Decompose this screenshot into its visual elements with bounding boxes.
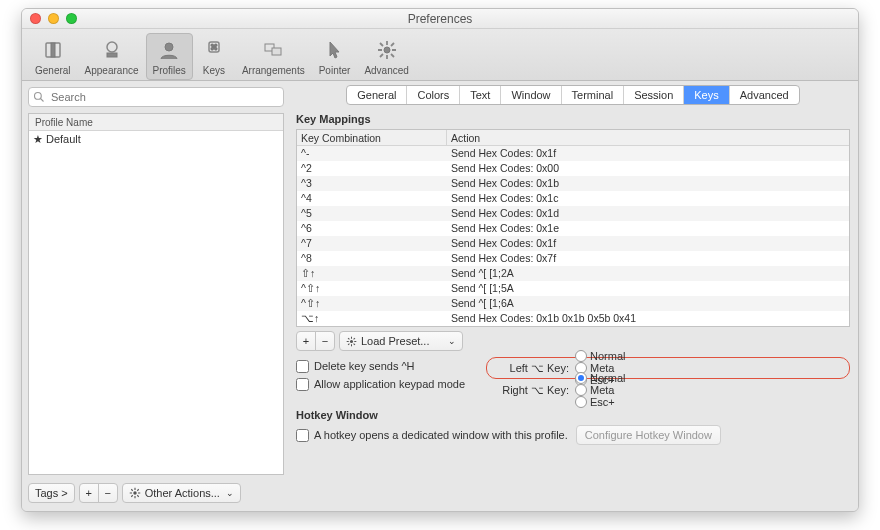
tags-dropdown[interactable]: Tags > xyxy=(28,483,75,503)
table-row[interactable]: ^8Send Hex Codes: 0x7f xyxy=(297,251,849,266)
tab-colors[interactable]: Colors xyxy=(407,86,460,104)
toolbar-item-appearance[interactable]: Appearance xyxy=(78,33,146,80)
titlebar: Preferences xyxy=(22,9,858,29)
hotkey-window-heading: Hotkey Window xyxy=(296,409,850,421)
right-option-key-label: Right ⌥ Key: xyxy=(491,384,569,397)
svg-rect-8 xyxy=(272,48,281,55)
pointer-icon xyxy=(321,36,349,64)
tab-text[interactable]: Text xyxy=(460,86,501,104)
svg-line-15 xyxy=(391,54,394,57)
radio-icon xyxy=(575,396,587,408)
arrangements-icon xyxy=(259,36,287,64)
table-row[interactable]: ^⇧↑Send ^[ [1;6A xyxy=(297,296,849,311)
table-row[interactable]: ^-Send Hex Codes: 0x1f xyxy=(297,146,849,161)
gear-icon xyxy=(129,487,141,499)
radio-icon xyxy=(575,372,587,384)
col-action[interactable]: Action xyxy=(447,130,849,145)
add-profile-button[interactable]: + xyxy=(79,483,99,503)
radio-icon xyxy=(575,384,587,396)
tab-terminal[interactable]: Terminal xyxy=(562,86,625,104)
search-icon xyxy=(33,91,45,103)
key-mappings-table[interactable]: Key Combination Action ^-Send Hex Codes:… xyxy=(296,129,850,327)
svg-point-9 xyxy=(384,47,390,53)
svg-point-2 xyxy=(107,42,117,52)
tab-advanced[interactable]: Advanced xyxy=(730,86,799,104)
right-option-meta[interactable]: Meta xyxy=(575,384,625,396)
col-key-combination[interactable]: Key Combination xyxy=(297,130,447,145)
svg-point-4 xyxy=(165,43,173,51)
allow-keypad-checkbox[interactable]: Allow application keypad mode xyxy=(296,375,486,393)
window-title: Preferences xyxy=(408,12,473,26)
keys-icon: ⌘ xyxy=(200,36,228,64)
svg-line-27 xyxy=(131,495,133,497)
key-mappings-heading: Key Mappings xyxy=(296,113,850,125)
tab-general[interactable]: General xyxy=(347,86,407,104)
remove-mapping-button[interactable]: − xyxy=(315,331,335,351)
advanced-icon xyxy=(373,36,401,64)
svg-line-34 xyxy=(348,338,349,339)
svg-line-19 xyxy=(41,99,44,102)
toolbar-item-general[interactable]: General xyxy=(28,33,78,80)
radio-icon xyxy=(575,350,587,362)
toolbar-item-advanced[interactable]: Advanced xyxy=(357,33,415,80)
right-option-normal[interactable]: Normal xyxy=(575,372,625,384)
svg-line-28 xyxy=(137,489,139,491)
left-option-key-label: Left ⌥ Key: xyxy=(491,362,569,375)
configure-hotkey-button[interactable]: Configure Hotkey Window xyxy=(576,425,721,445)
other-actions-dropdown[interactable]: Other Actions... ⌄ xyxy=(122,483,241,503)
svg-line-25 xyxy=(131,489,133,491)
add-mapping-button[interactable]: + xyxy=(296,331,316,351)
delete-key-checkbox[interactable]: Delete key sends ^H xyxy=(296,357,486,375)
remove-profile-button[interactable]: − xyxy=(98,483,118,503)
svg-point-20 xyxy=(133,491,136,494)
profile-list-header: Profile Name xyxy=(29,114,283,131)
profile-search-input[interactable] xyxy=(49,90,279,104)
right-option-escplus[interactable]: Esc+ xyxy=(575,396,625,408)
svg-rect-1 xyxy=(51,43,55,57)
svg-point-18 xyxy=(35,93,42,100)
table-row[interactable]: ^3Send Hex Codes: 0x1b xyxy=(297,176,849,191)
svg-text:⌘: ⌘ xyxy=(210,43,218,52)
table-row[interactable]: ^7Send Hex Codes: 0x1f xyxy=(297,236,849,251)
svg-line-16 xyxy=(380,54,383,57)
table-row[interactable]: ⌥↑Send Hex Codes: 0x1b 0x1b 0x5b 0x41 xyxy=(297,311,849,326)
hotkey-window-checkbox[interactable]: A hotkey opens a dedicated window with t… xyxy=(296,426,568,444)
table-row[interactable]: ^2Send Hex Codes: 0x00 xyxy=(297,161,849,176)
toolbar-item-arrangements[interactable]: Arrangements xyxy=(235,33,312,80)
svg-line-37 xyxy=(354,338,355,339)
profiles-icon xyxy=(155,36,183,64)
tab-session[interactable]: Session xyxy=(624,86,684,104)
toolbar-item-keys[interactable]: ⌘Keys xyxy=(193,33,235,80)
toolbar-item-profiles[interactable]: Profiles xyxy=(146,33,193,80)
load-preset-dropdown[interactable]: Load Preset... ⌄ xyxy=(339,331,463,351)
chevron-down-icon: ⌄ xyxy=(448,336,456,346)
main-toolbar: GeneralAppearanceProfiles⌘KeysArrangemen… xyxy=(22,29,858,81)
table-row[interactable]: ^5Send Hex Codes: 0x1d xyxy=(297,206,849,221)
left-option-normal[interactable]: Normal xyxy=(575,350,625,362)
appearance-icon xyxy=(98,36,126,64)
svg-line-17 xyxy=(391,43,394,46)
profile-list-item[interactable]: ★Default xyxy=(29,131,283,148)
toolbar-item-pointer[interactable]: Pointer xyxy=(312,33,358,80)
close-window-button[interactable] xyxy=(30,13,41,24)
tab-window[interactable]: Window xyxy=(501,86,561,104)
table-row[interactable]: ^6Send Hex Codes: 0x1e xyxy=(297,221,849,236)
svg-line-36 xyxy=(348,343,349,344)
svg-line-35 xyxy=(354,343,355,344)
chevron-down-icon: ⌄ xyxy=(226,488,234,498)
profile-search[interactable] xyxy=(28,87,284,107)
svg-point-29 xyxy=(350,339,353,342)
table-row[interactable]: ^4Send Hex Codes: 0x1c xyxy=(297,191,849,206)
profile-tabbar: GeneralColorsTextWindowTerminalSessionKe… xyxy=(346,85,799,105)
minimize-window-button[interactable] xyxy=(48,13,59,24)
table-row[interactable]: ⇧↑Send ^[ [1;2A xyxy=(297,266,849,281)
svg-line-14 xyxy=(380,43,383,46)
zoom-window-button[interactable] xyxy=(66,13,77,24)
tab-keys[interactable]: Keys xyxy=(684,86,729,104)
table-row[interactable]: ^⇧↑Send ^[ [1;5A xyxy=(297,281,849,296)
profile-list[interactable]: Profile Name ★Default xyxy=(28,113,284,475)
svg-rect-3 xyxy=(107,53,117,57)
svg-line-26 xyxy=(137,495,139,497)
gear-icon xyxy=(346,336,357,347)
general-icon xyxy=(39,36,67,64)
